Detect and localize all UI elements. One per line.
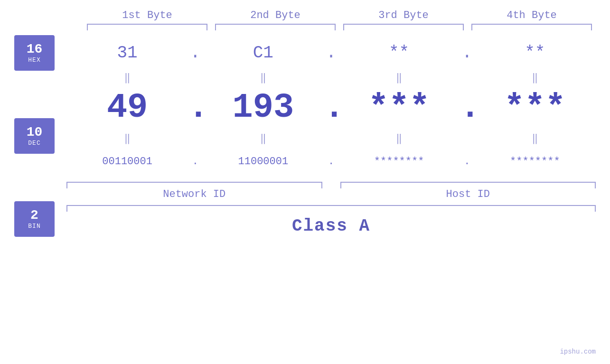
byte-headers: 1st Byte 2nd Byte 3rd Byte 4th Byte	[14, 9, 596, 24]
dec-b1: 49	[66, 88, 188, 127]
byte2-header: 2nd Byte	[211, 9, 339, 24]
eq1-c1: ‖	[66, 71, 188, 84]
bracket-byte1	[87, 24, 207, 30]
equals-row-2: ‖ ‖ ‖ ‖	[66, 131, 596, 145]
bin-badge-label: BIN	[28, 223, 40, 230]
dec-badge-num: 10	[27, 125, 43, 140]
hex-row: 31 . C1 . ** . **	[66, 35, 596, 71]
bin-b3: ********	[338, 156, 460, 168]
bin-dot3: .	[460, 156, 474, 168]
host-bracket-line	[340, 182, 596, 188]
host-id-label-cell: Host ID	[340, 188, 596, 200]
hex-b1: 31	[66, 43, 188, 63]
bracket-byte4	[471, 24, 592, 30]
bracket-byte3	[343, 24, 464, 30]
dec-row: 49 . 193 . *** . ***	[66, 84, 596, 131]
id-labels-row: Network ID Host ID	[66, 188, 596, 200]
bracket-byte2	[215, 24, 336, 30]
hex-dot1: .	[188, 43, 202, 63]
eq2-c1: ‖	[66, 132, 188, 145]
dec-b3: ***	[338, 88, 460, 127]
eq2-c4: ‖	[474, 132, 596, 145]
network-id-bracket	[66, 182, 322, 188]
eq1-c3: ‖	[338, 71, 460, 84]
content-area: 16 HEX 10 DEC 2 BIN 31 . C1 . ** . **	[14, 35, 596, 355]
dec-dot3: .	[460, 88, 474, 127]
eq2-c3: ‖	[338, 132, 460, 145]
watermark: ipshu.com	[560, 348, 596, 355]
hex-badge-num: 16	[27, 42, 43, 57]
bin-b4: ********	[474, 156, 596, 168]
dot-spacer-mid2	[324, 188, 338, 200]
rows-area: 31 . C1 . ** . ** ‖ ‖ ‖ ‖ 49 .	[66, 35, 596, 236]
eq1-c4: ‖	[474, 71, 596, 84]
eq2-c2: ‖	[202, 132, 324, 145]
hex-b4: **	[474, 43, 596, 63]
bin-b2: 11000001	[202, 156, 324, 168]
dec-b2: 193	[202, 88, 324, 127]
bin-row: 00110001 . 11000001 . ******** . *******…	[66, 145, 596, 178]
byte4-header: 4th Byte	[468, 9, 596, 24]
bin-dot1: .	[188, 156, 202, 168]
equals-row-1: ‖ ‖ ‖ ‖	[66, 71, 596, 84]
dec-dot2: .	[324, 88, 338, 127]
hex-dot2: .	[324, 43, 338, 63]
network-id-label-cell: Network ID	[66, 188, 322, 200]
dec-badge: 10 DEC	[14, 118, 55, 154]
dec-badge-label: DEC	[28, 140, 40, 147]
hex-badge: 16 HEX	[14, 35, 55, 71]
host-id-bracket	[340, 182, 596, 188]
main-container: 1st Byte 2nd Byte 3rd Byte 4th Byte 16 H…	[0, 0, 610, 364]
byte1-header: 1st Byte	[83, 9, 211, 24]
class-row: Class A	[66, 212, 596, 236]
bin-badge: 2 BIN	[14, 201, 55, 237]
hex-badge-label: HEX	[28, 56, 40, 64]
byte3-header: 3rd Byte	[339, 9, 468, 24]
hex-b3: **	[338, 43, 460, 63]
dec-b4: ***	[474, 88, 596, 127]
bin-badge-num: 2	[30, 208, 38, 223]
network-bracket-line	[66, 182, 322, 188]
bin-dot2: .	[324, 156, 338, 168]
eq1-c2: ‖	[202, 71, 324, 84]
dec-dot1: .	[188, 88, 202, 127]
bin-b1: 00110001	[66, 156, 188, 168]
hex-b2: C1	[202, 43, 324, 63]
hex-dot3: .	[460, 43, 474, 63]
class-label: Class A	[292, 216, 370, 236]
class-bracket-line	[66, 205, 596, 212]
bottom-brackets-container	[66, 182, 596, 188]
dot-spacer-mid	[324, 182, 338, 188]
top-brackets	[14, 24, 596, 30]
